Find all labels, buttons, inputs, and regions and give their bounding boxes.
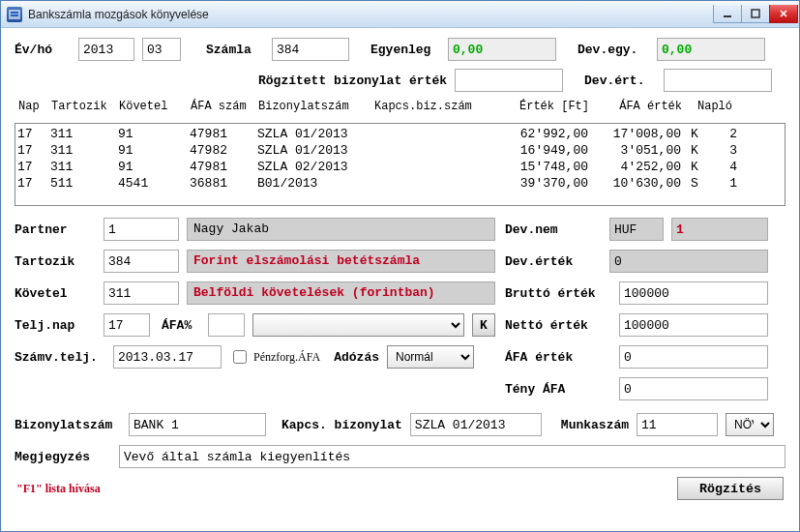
teljnap-input[interactable]: [104, 313, 150, 337]
devegy-label: Dev.egy.: [578, 43, 649, 57]
rogzbiz-label: Rögzített bizonylat érték: [258, 74, 447, 88]
egyenleg-value: [448, 38, 556, 61]
devertek-value: [609, 250, 768, 273]
devegy-value: [657, 38, 765, 61]
afaertek-input[interactable]: [619, 345, 768, 369]
app-icon: [7, 7, 22, 22]
window-frame: Bankszámla mozgások könyvelése Év/hó Szá…: [0, 0, 800, 532]
bizszam-input[interactable]: [129, 413, 266, 436]
megj-label: Megjegyzés: [15, 450, 111, 464]
afa-desc-combo[interactable]: [252, 313, 464, 337]
penzforg-checkbox[interactable]: Pénzforg.ÁFA: [229, 347, 320, 367]
teljnap-label: Telj.nap: [15, 318, 96, 333]
submit-button[interactable]: Rögzítés: [677, 477, 784, 500]
minimize-button[interactable]: [713, 5, 742, 23]
afapct-input[interactable]: [208, 313, 245, 337]
afapct-label: ÁFA%: [162, 318, 200, 333]
penzforg-label: Pénzforg.ÁFA: [253, 350, 320, 365]
szamla-input[interactable]: [272, 38, 349, 61]
devnem-label: Dev.nem: [505, 222, 602, 237]
evho-label: Év/hó: [15, 43, 71, 57]
afaertek-label: ÁFA érték: [505, 350, 611, 365]
nov-combo[interactable]: NÖV: [726, 413, 774, 436]
partner-code-input[interactable]: [104, 218, 179, 241]
partner-label: Partner: [15, 222, 96, 237]
table-row[interactable]: 17511454136881B01/201339'370,0010'630,00…: [17, 175, 783, 192]
szamla-label: Számla: [206, 43, 264, 57]
transactions-grid[interactable]: 173119147981SZLA 01/201362'992,0017'008,…: [15, 123, 785, 206]
svg-rect-2: [11, 15, 18, 16]
devert-input[interactable]: [664, 69, 772, 92]
table-row[interactable]: 173119147982SZLA 01/201316'949,003'051,0…: [17, 142, 783, 159]
kapcsbiz-input[interactable]: [410, 413, 542, 436]
kovetel-code-input[interactable]: [104, 281, 179, 305]
szamvtelj-label: Számv.telj.: [15, 350, 105, 365]
tenyafa-input[interactable]: [619, 377, 768, 400]
tartozik-label: Tartozik: [15, 254, 96, 269]
ev-input[interactable]: [78, 38, 134, 61]
window-title: Bankszámla mozgások könyvelése: [28, 8, 714, 21]
devrate-value: [671, 218, 768, 241]
svg-rect-1: [11, 12, 18, 14]
brutto-input[interactable]: [619, 281, 768, 305]
tartozik-code-input[interactable]: [104, 250, 179, 273]
col-tartozik: Tartozik: [51, 100, 119, 113]
brutto-label: Bruttó érték: [505, 286, 611, 301]
kovetel-desc: Belföldi követelések (forintban): [187, 281, 495, 305]
netto-label: Nettó érték: [505, 318, 611, 333]
col-kapcsbiz: Kapcs.biz.szám: [374, 100, 485, 113]
netto-input[interactable]: [619, 313, 768, 337]
tenyafa-label: Tény ÁFA: [505, 382, 611, 397]
svg-rect-4: [752, 10, 759, 17]
kovetel-label: Követel: [15, 286, 96, 301]
tartozik-desc: Forint elszámolási betétszámla: [187, 250, 495, 273]
bizszam-label: Bizonylatszám: [15, 418, 121, 432]
devnem-value: [609, 218, 664, 241]
munkaszam-label: Munkaszám: [561, 418, 629, 432]
rogzbiz-input[interactable]: [455, 69, 563, 92]
col-ertek: Érték [Ft]: [485, 100, 589, 113]
table-row[interactable]: 173119147981SZLA 01/201362'992,0017'008,…: [17, 126, 783, 142]
kapcsbiz-label: Kapcs. bizonylat: [281, 418, 402, 432]
penzforg-checkbox-box[interactable]: [233, 350, 247, 364]
close-button[interactable]: [769, 5, 798, 23]
col-nap: Nap: [18, 100, 51, 113]
titlebar[interactable]: Bankszámla mozgások könyvelése: [1, 1, 799, 28]
adozas-combo[interactable]: Normál: [387, 345, 474, 369]
megj-input[interactable]: [119, 445, 785, 468]
devert-label: Dev.ért.: [584, 74, 656, 88]
col-afaszam: ÁFA szám: [191, 100, 258, 113]
col-bizszam: Bizonylatszám: [258, 100, 374, 113]
maximize-button[interactable]: [741, 5, 770, 23]
col-afaertek: ÁFA érték: [589, 100, 686, 113]
devertek-label: Dev.érték: [505, 254, 602, 269]
adozas-label: Adózás: [334, 350, 379, 365]
munkaszam-input[interactable]: [637, 413, 718, 436]
col-naplo: Napló: [686, 100, 744, 113]
table-row[interactable]: 173119147981SZLA 02/201315'748,004'252,0…: [17, 159, 783, 175]
egyenleg-label: Egyenleg: [370, 43, 440, 57]
szamvtelj-input[interactable]: [113, 345, 222, 369]
partner-name: Nagy Jakab: [187, 218, 495, 241]
ho-input[interactable]: [142, 38, 181, 61]
f1-hint: "F1" lista hívása: [16, 482, 101, 496]
naplo-toggle-button[interactable]: K: [472, 313, 495, 337]
col-kovetel: Követel: [119, 100, 191, 113]
svg-rect-3: [724, 15, 731, 17]
